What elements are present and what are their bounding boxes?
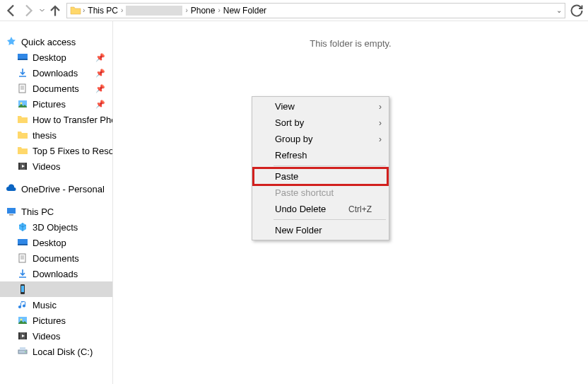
- tree-item-videos[interactable]: Videos: [0, 158, 112, 174]
- svg-rect-14: [21, 286, 24, 292]
- svg-point-22: [25, 351, 26, 353]
- tree-label: Desktop: [33, 52, 66, 63]
- back-button[interactable]: [3, 2, 20, 19]
- tree-item-downloads[interactable]: Downloads 📌: [0, 65, 112, 81]
- menu-label: Refresh: [275, 150, 307, 161]
- documents-icon: [17, 252, 28, 264]
- context-menu-undo-delete[interactable]: Undo Delete Ctrl+Z: [254, 201, 387, 217]
- chevron-right-icon[interactable]: ›: [119, 6, 124, 14]
- breadcrumb-folder[interactable]: New Folder: [222, 6, 268, 16]
- pin-icon: 📌: [95, 69, 110, 78]
- redacted-text: [126, 6, 182, 16]
- context-menu-paste[interactable]: Paste: [254, 168, 387, 185]
- tree-label: Downloads: [33, 269, 78, 279]
- disk-icon: [17, 346, 28, 357]
- recent-dropdown[interactable]: [37, 2, 47, 19]
- chevron-right-icon[interactable]: ›: [81, 6, 86, 14]
- tree-label: OneDrive - Personal: [21, 184, 105, 194]
- menu-shortcut: Ctrl+Z: [348, 204, 372, 214]
- svg-rect-7: [25, 163, 27, 170]
- context-menu-group-by[interactable]: Group by ›: [254, 131, 387, 147]
- tree-item-desktop[interactable]: Desktop 📌: [0, 50, 112, 65]
- svg-rect-9: [9, 214, 13, 216]
- music-icon: [17, 299, 28, 310]
- tree-label: Documents: [33, 253, 79, 264]
- tree-label: Quick access: [21, 37, 76, 47]
- context-menu-refresh[interactable]: Refresh: [254, 147, 387, 163]
- svg-rect-21: [20, 347, 25, 350]
- chevron-right-icon: ›: [379, 118, 382, 128]
- tree-item-3d-objects[interactable]: 3D Objects: [0, 219, 112, 235]
- breadcrumb-device[interactable]: [124, 6, 184, 16]
- tree-item-pictures[interactable]: Pictures: [0, 313, 112, 328]
- desktop-icon: [17, 237, 28, 248]
- address-path[interactable]: › This PC › › Phone › New Folder ⌄: [66, 3, 565, 18]
- pin-icon: 📌: [95, 84, 110, 93]
- tree-item-downloads[interactable]: Downloads: [0, 266, 112, 281]
- up-button[interactable]: [47, 2, 64, 19]
- pin-icon: 📌: [95, 53, 110, 62]
- downloads-icon: [17, 268, 28, 279]
- tree-item-local-disk[interactable]: Local Disk (C:): [0, 344, 112, 359]
- documents-icon: [17, 83, 28, 94]
- context-menu-new-folder[interactable]: New Folder: [254, 222, 387, 238]
- tree-item-desktop[interactable]: Desktop: [0, 235, 112, 250]
- tree-label: Music: [33, 300, 57, 310]
- menu-separator: [274, 219, 386, 220]
- tree-onedrive[interactable]: OneDrive - Personal: [0, 181, 112, 197]
- tree-label: How to Transfer Pho: [33, 115, 112, 125]
- tree-label: Pictures: [33, 99, 66, 110]
- svg-rect-12: [19, 254, 25, 262]
- folder-icon: [70, 5, 81, 16]
- breadcrumb-phone[interactable]: Phone: [189, 6, 217, 16]
- refresh-button[interactable]: [568, 2, 585, 19]
- menu-label: Group by: [275, 134, 312, 144]
- tree-label: Videos: [33, 331, 61, 342]
- tree-item-music[interactable]: Music: [0, 297, 112, 313]
- empty-folder-message: This folder is empty.: [113, 21, 588, 49]
- tree-quick-access[interactable]: Quick access: [0, 34, 112, 50]
- navigation-tree: Quick access Desktop 📌 Downloads 📌 Docum…: [0, 21, 113, 384]
- tree-item-pictures[interactable]: Pictures 📌: [0, 96, 112, 112]
- menu-label: Sort by: [275, 117, 304, 128]
- folder-content-area[interactable]: This folder is empty. View › Sort by › G…: [113, 21, 588, 384]
- address-bar: › This PC › › Phone › New Folder ⌄: [0, 0, 588, 21]
- tree-label: Desktop: [33, 238, 66, 248]
- tree-item-phone[interactable]: [0, 281, 112, 297]
- svg-rect-6: [18, 163, 20, 170]
- quick-access-icon: [6, 36, 17, 47]
- folder-icon: [17, 114, 28, 125]
- context-menu: View › Sort by › Group by › Refresh Past…: [252, 96, 389, 240]
- context-menu-paste-shortcut: Paste shortcut: [254, 185, 387, 201]
- menu-label: View: [275, 101, 295, 112]
- tree-item-documents[interactable]: Documents: [0, 250, 112, 266]
- tree-item-folder[interactable]: How to Transfer Pho: [0, 112, 112, 127]
- forward-button[interactable]: [20, 2, 37, 19]
- chevron-right-icon[interactable]: ›: [216, 6, 221, 14]
- downloads-icon: [17, 67, 28, 78]
- tree-this-pc[interactable]: This PC: [0, 204, 112, 219]
- onedrive-icon: [6, 183, 17, 194]
- svg-rect-19: [25, 332, 27, 339]
- folder-icon: [17, 145, 28, 156]
- address-dropdown[interactable]: ⌄: [556, 6, 562, 14]
- menu-separator: [274, 165, 386, 166]
- svg-rect-18: [18, 332, 20, 339]
- breadcrumb-this-pc[interactable]: This PC: [86, 6, 119, 16]
- context-menu-sort-by[interactable]: Sort by ›: [254, 115, 387, 131]
- tree-item-folder[interactable]: thesis: [0, 127, 112, 143]
- videos-icon: [17, 330, 28, 342]
- tree-label: thesis: [33, 130, 57, 141]
- chevron-right-icon[interactable]: ›: [184, 6, 189, 14]
- phone-icon: [17, 284, 28, 295]
- tree-label: Top 5 Fixes to Resol: [33, 146, 112, 156]
- menu-label: Paste: [275, 171, 298, 182]
- context-menu-view[interactable]: View ›: [254, 98, 387, 115]
- tree-item-videos[interactable]: Videos: [0, 328, 112, 344]
- tree-item-documents[interactable]: Documents 📌: [0, 81, 112, 96]
- chevron-right-icon: ›: [379, 102, 382, 112]
- tree-label: Local Disk (C:): [33, 347, 93, 357]
- tree-item-folder[interactable]: Top 5 Fixes to Resol: [0, 143, 112, 158]
- pictures-icon: [17, 315, 28, 326]
- tree-label: 3D Objects: [33, 222, 78, 233]
